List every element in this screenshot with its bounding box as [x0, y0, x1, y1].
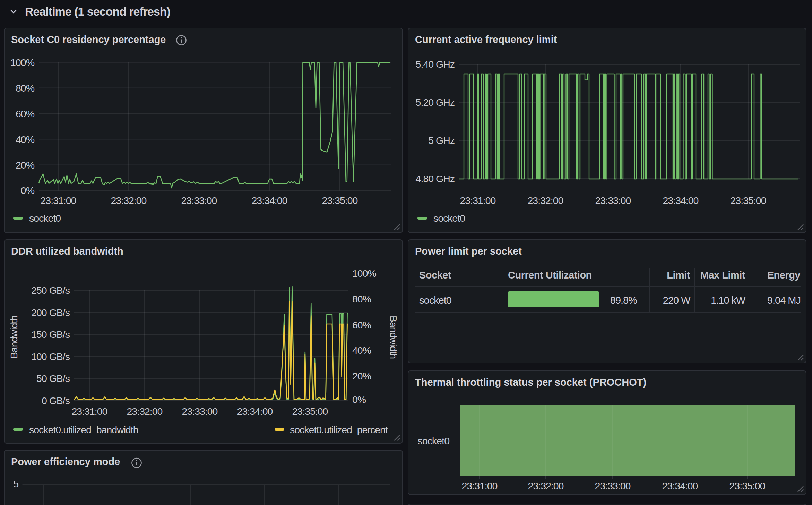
- svg-text:100%: 100%: [10, 57, 35, 68]
- svg-text:23:31:00: 23:31:00: [462, 480, 498, 491]
- svg-text:40%: 40%: [16, 134, 35, 145]
- svg-text:60%: 60%: [352, 319, 371, 331]
- svg-text:20%: 20%: [352, 370, 371, 382]
- svg-text:0%: 0%: [352, 394, 366, 405]
- svg-text:23:33:00: 23:33:00: [181, 195, 217, 206]
- svg-text:Max Limit: Max Limit: [700, 269, 745, 281]
- svg-text:23:32:00: 23:32:00: [127, 406, 163, 417]
- svg-text:60%: 60%: [16, 108, 35, 119]
- svg-text:23:33:00: 23:33:00: [595, 195, 631, 206]
- svg-text:23:31:00: 23:31:00: [72, 406, 107, 417]
- svg-text:80%: 80%: [352, 293, 371, 305]
- svg-text:5.20 GHz: 5.20 GHz: [416, 97, 455, 108]
- svg-text:Limit: Limit: [667, 269, 690, 281]
- svg-text:socket0: socket0: [419, 295, 451, 306]
- svg-text:200 GB/s: 200 GB/s: [31, 307, 70, 318]
- svg-text:89.8%: 89.8%: [610, 295, 637, 306]
- svg-text:80%: 80%: [16, 83, 35, 94]
- svg-text:socket0.utilized_percent: socket0.utilized_percent: [290, 424, 388, 435]
- svg-text:5 GHz: 5 GHz: [428, 135, 455, 146]
- svg-text:23:34:00: 23:34:00: [237, 406, 273, 417]
- svg-text:23:34:00: 23:34:00: [663, 195, 699, 206]
- svg-text:23:35:00: 23:35:00: [729, 480, 765, 491]
- svg-text:23:34:00: 23:34:00: [662, 480, 698, 491]
- svg-text:5: 5: [13, 478, 18, 489]
- svg-text:23:33:00: 23:33:00: [182, 406, 218, 417]
- svg-text:9.04 MJ: 9.04 MJ: [767, 295, 801, 306]
- svg-text:1.10 kW: 1.10 kW: [711, 295, 746, 306]
- svg-text:23:31:00: 23:31:00: [460, 195, 496, 206]
- svg-text:5.40 GHz: 5.40 GHz: [416, 59, 455, 70]
- svg-text:4.80 GHz: 4.80 GHz: [416, 173, 455, 184]
- svg-text:socket0: socket0: [29, 213, 61, 224]
- svg-text:Bandwidth: Bandwidth: [8, 316, 19, 359]
- svg-text:23:35:00: 23:35:00: [322, 195, 358, 206]
- svg-text:0%: 0%: [21, 185, 35, 196]
- svg-text:23:32:00: 23:32:00: [528, 480, 564, 491]
- svg-text:50 GB/s: 50 GB/s: [36, 373, 70, 384]
- svg-text:Current Utilization: Current Utilization: [508, 269, 592, 281]
- svg-text:23:34:00: 23:34:00: [252, 195, 287, 206]
- svg-text:220 W: 220 W: [663, 295, 691, 306]
- svg-text:Socket: Socket: [419, 269, 451, 281]
- svg-text:0 GB/s: 0 GB/s: [42, 395, 70, 406]
- svg-text:Bandwidth: Bandwidth: [388, 316, 399, 359]
- svg-text:150 GB/s: 150 GB/s: [31, 329, 70, 340]
- svg-text:100 GB/s: 100 GB/s: [31, 351, 70, 362]
- svg-text:23:33:00: 23:33:00: [595, 480, 631, 491]
- svg-text:23:32:00: 23:32:00: [111, 195, 147, 206]
- svg-text:40%: 40%: [352, 345, 371, 356]
- svg-text:23:35:00: 23:35:00: [292, 406, 328, 417]
- svg-text:20%: 20%: [16, 160, 35, 171]
- svg-text:23:32:00: 23:32:00: [528, 195, 563, 206]
- svg-text:23:35:00: 23:35:00: [731, 195, 766, 206]
- svg-text:250 GB/s: 250 GB/s: [31, 285, 70, 296]
- svg-text:23:31:00: 23:31:00: [41, 195, 76, 206]
- svg-text:socket0: socket0: [433, 213, 465, 224]
- svg-text:socket0: socket0: [418, 435, 449, 446]
- svg-text:Energy: Energy: [767, 269, 801, 281]
- svg-text:socket0.utilized_bandwidth: socket0.utilized_bandwidth: [29, 424, 138, 435]
- svg-text:100%: 100%: [352, 268, 377, 279]
